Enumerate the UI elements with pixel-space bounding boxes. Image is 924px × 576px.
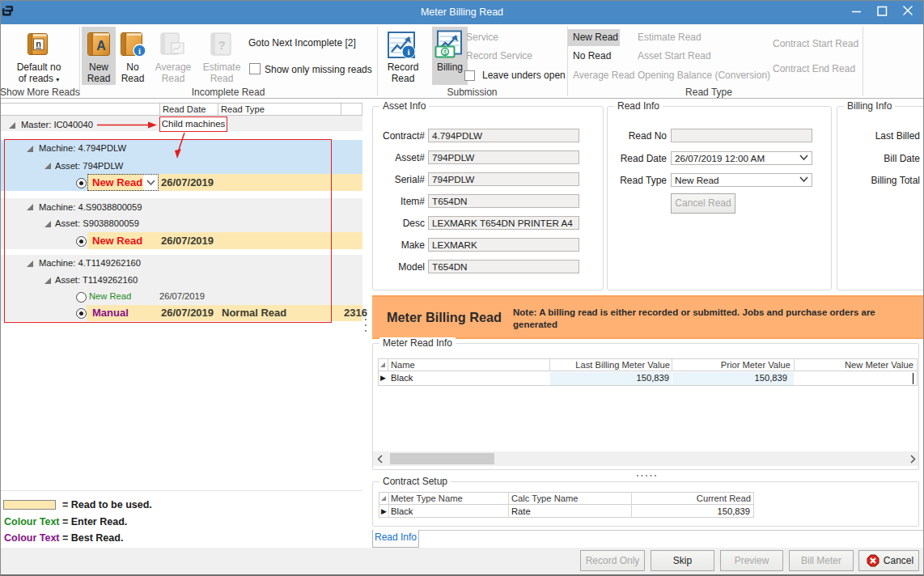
svg-text:A: A — [96, 39, 106, 53]
svg-text:i: i — [407, 47, 409, 57]
svg-text:n: n — [36, 39, 41, 49]
svg-text:i: i — [138, 47, 141, 56]
svg-text:?: ? — [218, 38, 225, 52]
svg-text:$: $ — [443, 49, 447, 57]
